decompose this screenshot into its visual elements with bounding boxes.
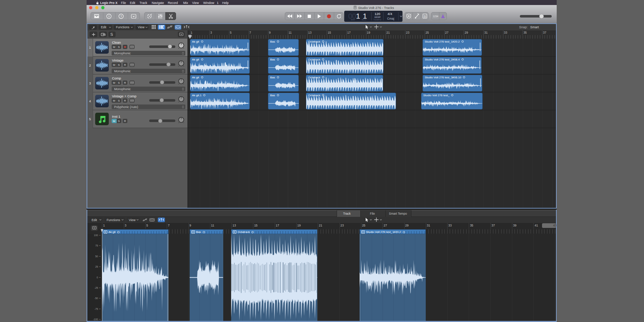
svg-text:?: ? xyxy=(120,15,122,18)
svg-text:S: S xyxy=(424,15,426,18)
